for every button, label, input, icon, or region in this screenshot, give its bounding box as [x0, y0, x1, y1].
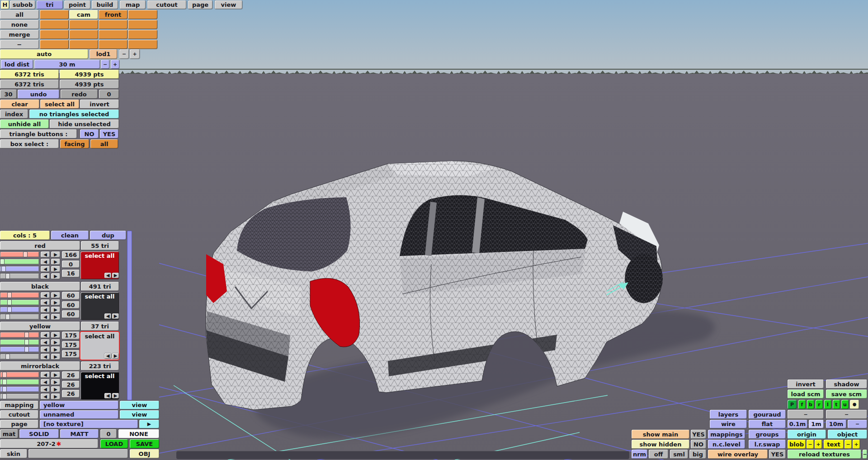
swatch-prev-button[interactable]: ◀	[104, 273, 111, 278]
slider-extra[interactable]	[0, 354, 39, 360]
text-button[interactable]: text	[824, 440, 844, 449]
subob-front-cell[interactable]: front	[99, 10, 127, 19]
slider-increment-button[interactable]: ▶	[51, 299, 60, 305]
cutout-view-button[interactable]: view	[120, 410, 159, 419]
origin-button[interactable]: origin	[788, 430, 826, 439]
channel-value-b[interactable]: 60	[62, 310, 80, 318]
subob-all-button[interactable]: all	[0, 10, 39, 19]
channel-value-r[interactable]: 26	[62, 371, 80, 379]
slider-g[interactable]	[0, 379, 39, 385]
slider-g[interactable]	[0, 259, 39, 265]
triangle-buttons-yes[interactable]: YES	[100, 129, 118, 138]
nrm-sml-button[interactable]: sml	[670, 450, 688, 459]
reload-textures-button[interactable]: reload textures	[788, 450, 861, 459]
box-select-all[interactable]: all	[90, 139, 118, 148]
save-button[interactable]: SAVE	[130, 439, 159, 448]
index-button[interactable]: index	[0, 109, 28, 119]
slider-increment-button[interactable]: ▶	[51, 307, 60, 313]
proj-u-button[interactable]: u	[841, 400, 849, 409]
slider-increment-button[interactable]: ▶	[51, 346, 60, 352]
slider-increment-button[interactable]: ▶	[51, 379, 60, 385]
subob-grid-cell[interactable]	[99, 30, 127, 39]
mat-solid-button[interactable]: SOLID	[19, 429, 59, 438]
slider-decrement-button[interactable]: ◀	[41, 259, 50, 265]
lod-plus-button[interactable]: +	[130, 49, 140, 59]
unhide-all-button[interactable]: unhide all	[0, 119, 49, 128]
subob-merge-button[interactable]: merge	[0, 30, 39, 39]
slider-decrement-button[interactable]: ◀	[41, 299, 50, 305]
proj-dot-button[interactable]: ●	[850, 400, 859, 409]
subob-grid-cell[interactable]	[128, 10, 157, 19]
slider-decrement-button[interactable]: ◀	[41, 386, 50, 392]
swatch-next-button[interactable]: ▶	[112, 273, 119, 278]
slider-decrement-button[interactable]: ◀	[41, 372, 50, 378]
lod-dist-plus-button[interactable]: +	[111, 60, 119, 69]
proj-r-button[interactable]: r	[816, 400, 823, 409]
box-select-facing[interactable]: facing	[60, 139, 89, 148]
show-main-toggle[interactable]: YES	[691, 430, 706, 439]
subob-grid-cell[interactable]	[40, 40, 69, 49]
obj-button[interactable]: OBJ	[130, 449, 159, 458]
subob-grid-cell[interactable]	[99, 40, 127, 49]
object-button[interactable]: object	[828, 430, 867, 439]
page-value[interactable]: [no texture]	[40, 420, 138, 428]
subob-grid-cell[interactable]	[128, 20, 157, 29]
clean-button[interactable]: clean	[51, 231, 89, 240]
clear-button[interactable]: clear	[0, 100, 39, 109]
proj-l-button[interactable]: l	[824, 400, 831, 409]
slider-b[interactable]	[0, 307, 39, 313]
text-minus-button[interactable]: −	[844, 440, 852, 449]
slider-increment-button[interactable]: ▶	[51, 386, 60, 392]
slider-decrement-button[interactable]: ◀	[41, 379, 50, 385]
page-next-button[interactable]: ▶	[139, 420, 159, 428]
triangle-buttons-no[interactable]: NO	[80, 129, 99, 138]
channel-value-r[interactable]: 166	[62, 251, 80, 259]
swatch-prev-button[interactable]: ◀	[104, 393, 111, 398]
slider-decrement-button[interactable]: ◀	[41, 332, 50, 338]
channel-value-r[interactable]: 60	[62, 292, 80, 299]
shadow-button[interactable]: shadow	[826, 379, 867, 389]
blob-button[interactable]: blob	[788, 440, 806, 449]
proj-p-button[interactable]: P	[788, 400, 797, 409]
layers-button[interactable]: layers	[710, 410, 747, 419]
slider-increment-button[interactable]: ▶	[51, 332, 60, 338]
subob-grid-cell[interactable]	[128, 30, 157, 39]
load-button[interactable]: LOAD	[100, 439, 128, 448]
channel-value-g[interactable]: 0	[62, 261, 80, 268]
slider-increment-button[interactable]: ▶	[51, 266, 60, 272]
slider-r[interactable]	[0, 372, 39, 378]
mat-zero-value[interactable]: 0	[100, 429, 117, 438]
lrswap-button[interactable]: l.r.swap	[749, 440, 786, 449]
menu-map[interactable]: map	[120, 0, 146, 9]
load-scm-button[interactable]: load scm	[788, 389, 824, 398]
invert-selection-button[interactable]: invert	[80, 100, 119, 109]
slider-decrement-button[interactable]: ◀	[41, 339, 50, 345]
menu-cutout[interactable]: cutout	[147, 0, 186, 9]
slider-decrement-button[interactable]: ◀	[41, 346, 50, 352]
menu-page[interactable]: page	[188, 0, 212, 9]
show-hidden-label[interactable]: show hidden	[632, 440, 689, 449]
cols-count[interactable]: cols : 5	[0, 231, 50, 240]
subob-grid-cell[interactable]	[40, 10, 69, 19]
slider-decrement-button[interactable]: ◀	[41, 273, 50, 279]
slider-increment-button[interactable]: ▶	[51, 372, 60, 378]
undo-button[interactable]: undo	[18, 90, 59, 99]
color-name[interactable]: mirrorblack	[0, 361, 80, 370]
menu-tri[interactable]: tri	[37, 0, 63, 9]
slider-decrement-button[interactable]: ◀	[41, 354, 50, 360]
menu-build[interactable]: build	[92, 0, 118, 9]
layers-dash-button[interactable]: −	[826, 410, 867, 419]
subob-grid-cell[interactable]	[128, 40, 157, 49]
menu-view[interactable]: view	[215, 0, 242, 9]
slider-decrement-button[interactable]: ◀	[41, 314, 50, 320]
blob-minus-button[interactable]: −	[807, 440, 814, 449]
show-hidden-toggle[interactable]: NO	[691, 440, 706, 449]
slider-increment-button[interactable]: ▶	[51, 259, 60, 265]
proj-b-button[interactable]: b	[807, 400, 814, 409]
color-name[interactable]: red	[0, 241, 80, 250]
swatch-next-button[interactable]: ▶	[112, 393, 119, 398]
wire-overlay-label[interactable]: wire overlay	[708, 450, 768, 459]
lod-dist-value[interactable]: 30 m	[34, 60, 100, 69]
channel-value-b[interactable]: 26	[62, 390, 80, 398]
mappings-button[interactable]: mappings	[708, 430, 745, 439]
